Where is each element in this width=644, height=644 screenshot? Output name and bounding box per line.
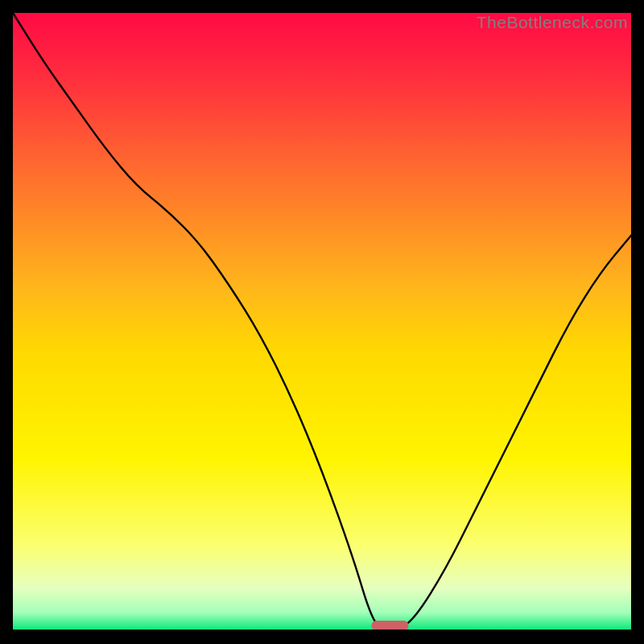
minimum-marker-pill xyxy=(371,621,408,630)
bottleneck-curve xyxy=(13,13,631,631)
bottleneck-curve-svg xyxy=(13,13,631,631)
plot-area: TheBottleneck.com xyxy=(13,13,631,631)
chart-frame: TheBottleneck.com xyxy=(13,13,631,631)
